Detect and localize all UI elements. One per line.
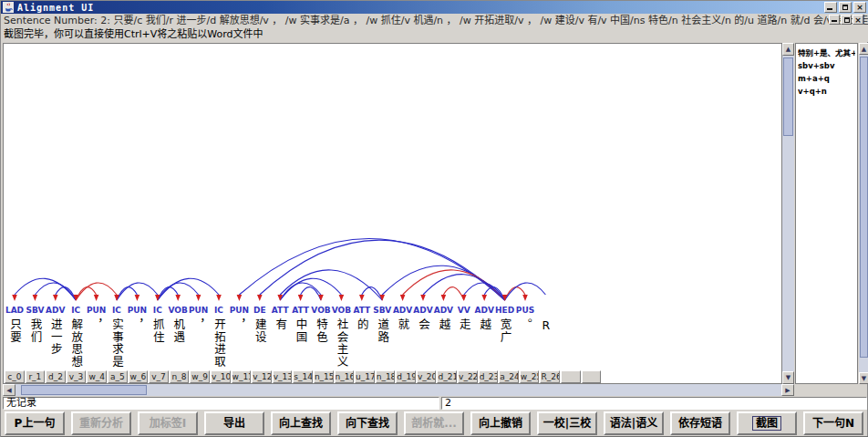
token-id-cell[interactable]: v_20 xyxy=(417,370,437,383)
token-word[interactable]: ， xyxy=(88,318,105,331)
token-id-cell[interactable]: a_5 xyxy=(108,370,128,383)
token-word[interactable]: ， xyxy=(231,318,247,331)
token-id-cell[interactable]: v_10 xyxy=(211,370,231,383)
panel-vscrollbar[interactable]: ▲ ▼ xyxy=(859,43,868,384)
token-word[interactable]: 抓住 xyxy=(150,318,166,343)
token-word[interactable]: ， xyxy=(191,318,207,331)
inner-restore-button[interactable] xyxy=(841,15,852,25)
arc-arrowhead xyxy=(400,295,406,301)
toolbar-button-6[interactable]: 剖析就... xyxy=(404,411,464,435)
token-id-cell[interactable]: d_19 xyxy=(396,370,416,383)
token-word[interactable]: 会 xyxy=(415,318,431,331)
token-word[interactable]: 社会主义 xyxy=(333,318,349,368)
sentence-number-field[interactable]: 2 xyxy=(441,397,867,410)
token-id-cell[interactable]: d_21 xyxy=(437,370,457,383)
token-word[interactable]: 机遇 xyxy=(170,318,186,343)
toolbar: P上一句重新分析加标签I导出向上查找向下查找剖析就...向上撤销一校|三校语法|… xyxy=(1,411,868,436)
token-id-cell[interactable]: v_7 xyxy=(149,370,169,383)
token-word[interactable]: 建设 xyxy=(252,318,268,343)
close-button[interactable]: × xyxy=(853,2,866,13)
token-id-cell[interactable]: c_0 xyxy=(5,370,25,383)
toolbar-button-0[interactable]: P上一句 xyxy=(5,411,65,435)
toolbar-button-7[interactable]: 向上撤销 xyxy=(470,411,531,435)
pattern-list-item[interactable]: v+q+n xyxy=(798,85,855,98)
token-id-cell[interactable]: n_18 xyxy=(376,370,396,383)
token-id-cell[interactable]: n_15 xyxy=(314,370,334,383)
token-word[interactable]: 越 xyxy=(476,318,492,331)
token-word[interactable]: 开拓进取 xyxy=(211,318,227,368)
token-id-cell[interactable]: r_1 xyxy=(26,370,46,383)
toolbar-button-10[interactable]: 依存短语 xyxy=(670,411,730,435)
token-id-cell[interactable]: v_22 xyxy=(458,370,478,383)
token-id-cell-empty[interactable] xyxy=(561,370,581,383)
minimize-button[interactable] xyxy=(824,2,837,13)
toolbar-button-4[interactable]: 向上查找 xyxy=(271,411,331,435)
token-word[interactable]: 实事求是 xyxy=(108,318,125,368)
toolbar-button-5[interactable]: 向下查找 xyxy=(337,411,398,435)
inner-minimize-button[interactable] xyxy=(829,15,840,25)
token-id-cell[interactable]: w_6 xyxy=(129,370,149,383)
token-id-cell[interactable]: v_13 xyxy=(273,370,293,383)
canvas-hscrollbar[interactable]: ◀ ▶ xyxy=(3,384,794,396)
token-id-cell-empty[interactable] xyxy=(582,370,602,383)
token-id-cell[interactable]: u_17 xyxy=(355,370,375,383)
toolbar-button-9[interactable]: 语法|语义 xyxy=(604,411,664,435)
token-id-cell[interactable]: v_3 xyxy=(67,370,87,383)
pattern-list-item[interactable]: sbv+sbv xyxy=(798,59,855,72)
token-id-cell[interactable]: w_4 xyxy=(87,370,107,383)
token-word[interactable]: 进一步 xyxy=(47,318,64,356)
token-id-cell[interactable]: a_24 xyxy=(499,370,519,383)
button-label: 截图 xyxy=(752,416,781,431)
token-word[interactable]: 解放思想 xyxy=(67,318,84,368)
toolbar-button-12[interactable]: 下一句N xyxy=(803,411,863,435)
token-word[interactable]: 道路 xyxy=(374,318,390,343)
scroll-down-button[interactable]: ▼ xyxy=(859,372,868,384)
arc-arrowhead xyxy=(237,295,243,301)
token-word[interactable]: ， xyxy=(129,318,145,331)
restore-button[interactable] xyxy=(839,2,852,13)
token-id-cell[interactable]: v_12 xyxy=(252,370,272,383)
token-id-cell[interactable]: w_9 xyxy=(190,370,210,383)
token-id-cell[interactable]: s_14 xyxy=(293,370,313,383)
toolbar-button-11[interactable]: 截图 xyxy=(737,411,797,435)
pattern-list-item[interactable]: 特别+是、尤其+是 xyxy=(798,47,855,59)
toolbar-button-3[interactable]: 导出 xyxy=(204,411,264,435)
token-id-cell[interactable]: d_2 xyxy=(46,370,66,383)
vscroll-thumb[interactable] xyxy=(860,57,868,358)
toolbar-button-8[interactable]: 一校|三校 xyxy=(537,411,597,435)
token-word[interactable]: 只要 xyxy=(6,318,23,343)
vscroll-thumb[interactable] xyxy=(783,57,793,136)
scroll-right-button[interactable]: ▶ xyxy=(781,384,794,396)
token-word[interactable]: 我们 xyxy=(26,318,43,343)
token-word[interactable]: 宽广 xyxy=(497,318,513,343)
token-word[interactable]: 。 xyxy=(517,318,533,331)
token-id-cell[interactable]: n_8 xyxy=(170,370,190,383)
inner-close-button[interactable]: × xyxy=(852,15,863,25)
scroll-left-button[interactable]: ◀ xyxy=(3,384,16,396)
dependency-arc xyxy=(260,240,505,300)
token-id-cell[interactable]: w_25 xyxy=(520,370,540,383)
canvas-vscrollbar[interactable]: ▲ ▼ xyxy=(782,43,794,384)
token-word[interactable]: 走 xyxy=(456,318,472,331)
token-id-cell[interactable]: n_16 xyxy=(335,370,355,383)
token-word[interactable]: 就 xyxy=(395,318,411,331)
token-word[interactable]: 中国 xyxy=(293,318,309,343)
token-id-cell[interactable]: d_23 xyxy=(479,370,499,383)
scroll-up-button[interactable]: ▲ xyxy=(859,43,868,55)
token-word[interactable]: 特色 xyxy=(313,318,329,343)
token-id-cell[interactable]: R_26 xyxy=(540,370,560,383)
token-word[interactable]: 有 xyxy=(272,318,288,331)
arc-arrowhead xyxy=(339,295,345,301)
hscroll-thumb[interactable] xyxy=(21,385,147,395)
toolbar-button-2[interactable]: 加标签I xyxy=(138,411,198,435)
token-word[interactable]: 越 xyxy=(435,318,451,331)
token-id-cell[interactable]: w_11 xyxy=(232,370,252,383)
pattern-list-item[interactable]: m+a+q xyxy=(798,72,855,85)
scroll-up-button[interactable]: ▲ xyxy=(782,43,794,56)
token-word[interactable]: R xyxy=(537,318,553,333)
record-status-field[interactable]: 无记录 xyxy=(3,397,439,410)
dependency-canvas[interactable]: LADSBVADVICPUNICPUNICVOBPUNICPUNDEATTATT… xyxy=(3,43,782,384)
scroll-down-button[interactable]: ▼ xyxy=(782,371,794,384)
toolbar-button-1[interactable]: 重新分析 xyxy=(71,411,131,435)
token-word[interactable]: 的 xyxy=(354,318,370,331)
